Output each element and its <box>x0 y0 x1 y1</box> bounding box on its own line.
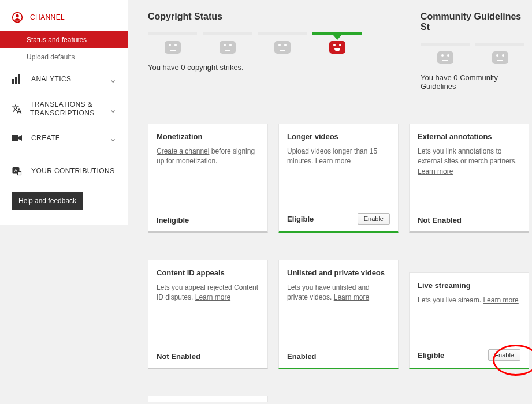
community-faces <box>421 51 532 64</box>
sidebar: CHANNEL Status and features Upload defau… <box>0 0 128 225</box>
svg-text:A: A <box>14 168 17 173</box>
card-footer: Enabled <box>279 346 398 368</box>
sidebar-label-create: CREATE <box>31 134 60 142</box>
translate-icon <box>12 104 22 114</box>
sidebar-label-translations: TRANSLATIONS & TRANSCRIPTIONS <box>30 100 117 118</box>
card-footer: Not Enabled <box>148 346 267 368</box>
strike-bar <box>421 43 470 46</box>
card-footer: Eligible Enable <box>410 343 529 368</box>
status-label: Enabled <box>287 352 317 361</box>
sidebar-item-translations[interactable]: TRANSLATIONS & TRANSCRIPTIONS ⌄ <box>0 92 128 126</box>
sidebar-label-contributions: YOUR CONTRIBUTIONS <box>31 167 115 175</box>
chevron-down-icon: ⌄ <box>109 133 117 144</box>
face-happy-icon <box>312 41 362 54</box>
sidebar-item-analytics[interactable]: ANALYTICS ⌄ <box>0 66 128 92</box>
face-neutral-icon <box>475 51 524 64</box>
camera-icon <box>12 134 23 142</box>
svg-rect-2 <box>12 79 14 84</box>
card-desc: Upload videos longer than 15 minutes. Le… <box>287 147 390 167</box>
community-text: You have 0 Community Guidelines <box>421 73 532 91</box>
chevron-down-icon: ⌄ <box>109 74 117 85</box>
strike-bar <box>203 32 252 35</box>
card-content-id-appeals: Content ID appeals Lets you appeal rejec… <box>148 260 268 369</box>
card-live-streaming: Live streaming Lets you live stream. Lea… <box>409 272 529 369</box>
card-placeholder <box>148 396 268 402</box>
svg-rect-8 <box>18 172 21 175</box>
card-title: Content ID appeals <box>157 268 259 277</box>
card-external-annotations: External annotations Lets you link annot… <box>409 124 529 233</box>
svg-point-1 <box>16 14 18 17</box>
strike-bar <box>148 32 197 35</box>
card-desc: Lets you appeal rejected Content ID disp… <box>157 283 259 303</box>
copyright-text: You have 0 copyright strikes. <box>148 63 421 72</box>
copyright-title: Copyright Status <box>148 12 421 22</box>
main-content: Copyright Status You have 0 copyright st… <box>128 0 532 404</box>
chevron-down-icon: ⌄ <box>109 104 117 115</box>
sidebar-item-create[interactable]: CREATE ⌄ <box>0 126 128 150</box>
status-label: Eligible <box>418 351 444 360</box>
card-desc: Create a channel before signing up for m… <box>157 147 259 167</box>
face-neutral-icon <box>421 51 470 64</box>
learn-more-link[interactable]: Learn more <box>483 296 518 304</box>
analytics-icon <box>12 74 23 84</box>
feature-row-2: Content ID appeals Lets you appeal rejec… <box>148 260 532 369</box>
sidebar-item-upload-defaults[interactable]: Upload defaults <box>0 48 128 66</box>
card-desc: Lets you link annotations to external si… <box>418 147 520 177</box>
community-title: Community Guidelines St <box>421 12 532 32</box>
card-desc: Lets you live stream. Learn more <box>418 295 520 305</box>
svg-rect-4 <box>18 74 20 84</box>
community-status: Community Guidelines St You have 0 Commu… <box>421 12 532 91</box>
strike-bar-active <box>312 32 362 35</box>
card-title: Longer videos <box>287 132 390 141</box>
enable-button[interactable]: Enable <box>358 213 390 225</box>
learn-more-link[interactable]: Learn more <box>315 157 351 165</box>
create-channel-link[interactable]: Create a channel <box>157 147 209 155</box>
card-monetization: Monetization Create a channel before sig… <box>148 124 268 233</box>
sidebar-channel-label: CHANNEL <box>30 13 65 21</box>
svg-rect-5 <box>12 135 18 141</box>
status-label: Not Enabled <box>418 216 462 225</box>
card-title: External annotations <box>418 132 520 141</box>
copyright-status: Copyright Status You have 0 copyright st… <box>148 12 421 91</box>
status-label: Not Enabled <box>157 352 200 361</box>
strike-bar <box>258 32 307 35</box>
card-footer: Not Enabled <box>410 210 529 231</box>
card-unlisted-private: Unlisted and private videos Lets you hav… <box>278 260 399 369</box>
learn-more-link[interactable]: Learn more <box>418 167 453 175</box>
copyright-faces <box>148 41 421 54</box>
sidebar-item-status-features[interactable]: Status and features <box>0 31 128 48</box>
help-feedback-button[interactable]: Help and feedback <box>12 192 83 210</box>
card-footer: Ineligible <box>148 210 267 231</box>
strike-bar <box>475 43 524 46</box>
community-bars <box>421 43 532 46</box>
sidebar-channel-header[interactable]: CHANNEL <box>0 8 128 31</box>
status-label: Eligible <box>287 215 314 223</box>
feature-row-1: Monetization Create a channel before sig… <box>148 124 532 233</box>
face-neutral-icon <box>148 41 197 54</box>
card-footer: Eligible Enable <box>279 207 398 231</box>
person-icon <box>12 12 23 23</box>
sidebar-item-contributions[interactable]: A YOUR CONTRIBUTIONS <box>0 158 128 184</box>
copyright-bars <box>148 32 421 35</box>
face-neutral-icon <box>258 41 307 54</box>
learn-more-link[interactable]: Learn more <box>334 293 369 301</box>
card-desc: Lets you have unlisted and private video… <box>287 283 390 303</box>
divider <box>12 154 117 154</box>
status-label: Ineligible <box>157 216 189 225</box>
learn-more-link[interactable]: Learn more <box>195 293 230 301</box>
card-longer-videos: Longer videos Upload videos longer than … <box>278 124 399 233</box>
feature-row-3-partial <box>148 396 532 402</box>
card-title: Unlisted and private videos <box>287 268 390 277</box>
card-title: Live streaming <box>418 281 520 290</box>
status-row: Copyright Status You have 0 copyright st… <box>148 12 532 107</box>
face-neutral-icon <box>203 41 252 54</box>
contribution-icon: A <box>12 166 23 176</box>
card-title: Monetization <box>157 132 259 141</box>
svg-rect-3 <box>15 77 17 84</box>
enable-button[interactable]: Enable <box>488 349 520 361</box>
sidebar-label-analytics: ANALYTICS <box>31 75 71 83</box>
